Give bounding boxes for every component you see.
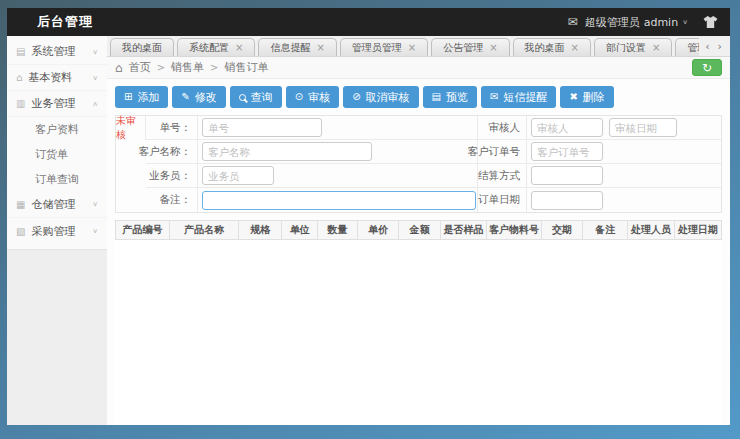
- circle-check-icon: ⊙: [295, 92, 303, 102]
- col-remark: 备注: [583, 221, 628, 239]
- pencil-icon: ✎: [181, 92, 189, 102]
- plus-square-icon: ⊞: [124, 92, 132, 102]
- tab-info-remind[interactable]: 信息提醒 ×: [258, 38, 336, 56]
- user-name: admin: [644, 16, 678, 29]
- auditor-input[interactable]: [531, 118, 603, 137]
- briefcase-icon: ▥: [16, 98, 25, 109]
- shirt-icon: [703, 16, 718, 28]
- sidebar-subitem-label: 订单查询: [35, 172, 79, 187]
- button-label: 短信提醒: [503, 90, 547, 105]
- sidebar-item-label: 仓储管理: [31, 197, 75, 212]
- customer-order-no-input[interactable]: [531, 142, 603, 161]
- sidebar-item-warehouse-mgmt[interactable]: ▦ 仓储管理 ∨: [7, 192, 107, 218]
- button-label: 预览: [446, 90, 468, 105]
- refresh-button[interactable]: ↻: [692, 59, 722, 76]
- tab-my-desktop-2[interactable]: 我的桌面 ×: [513, 38, 591, 56]
- box-icon: ▦: [16, 199, 25, 210]
- customer-name-input[interactable]: [202, 142, 372, 161]
- col-amount: 金额: [399, 221, 440, 239]
- sidebar-subitem-label: 订货单: [35, 147, 68, 162]
- tab-label: 系统配置: [189, 41, 229, 55]
- tab-admin-mgmt-2[interactable]: 管理员管理 ×: [675, 38, 699, 56]
- main-area: 我的桌面 系统配置 × 信息提醒 × 管理员管理 × 公: [107, 36, 730, 425]
- customer-order-no-label: 客户订单号: [478, 140, 527, 164]
- cancel-audit-button[interactable]: ⊘ 取消审核: [343, 86, 418, 108]
- sidebar-menu: ▤ 系统管理 ∨ ⌂ 基本资料 ∨ ▥ 业务管理 ∧ 客户资料: [7, 36, 107, 250]
- col-product-no: 产品编号: [116, 221, 170, 239]
- sidebar-item-label: 采购管理: [31, 224, 75, 239]
- close-icon[interactable]: ×: [571, 43, 579, 53]
- query-button[interactable]: 查询: [230, 86, 282, 108]
- edit-button[interactable]: ✎ 修改: [172, 86, 225, 108]
- tab-system-config[interactable]: 系统配置 ×: [177, 38, 255, 56]
- delete-button[interactable]: ✖ 删除: [560, 86, 613, 108]
- button-label: 修改: [195, 90, 217, 105]
- close-icon[interactable]: ×: [408, 43, 416, 53]
- add-button[interactable]: ⊞ 添加: [115, 86, 168, 108]
- close-icon[interactable]: ×: [235, 43, 243, 53]
- chevron-down-icon: ∨: [682, 18, 688, 25]
- chevron-down-icon: ∨: [92, 201, 98, 208]
- chevron-down-icon: ∨: [92, 227, 98, 234]
- order-form: 未审核 单号： 审核人 客户名称：: [115, 115, 722, 213]
- sms-remind-button[interactable]: ✉ 短信提醒: [481, 86, 556, 108]
- col-handle-date: 处理日期: [675, 221, 721, 239]
- tab-my-desktop[interactable]: 我的桌面: [110, 38, 174, 56]
- breadcrumb-home[interactable]: 首页: [129, 60, 151, 75]
- remark-input[interactable]: [202, 191, 476, 210]
- close-icon[interactable]: ×: [489, 43, 497, 53]
- circle-slash-icon: ⊘: [352, 92, 360, 102]
- tab-scroll-right-icon[interactable]: ›: [718, 40, 722, 53]
- user-dropdown[interactable]: 超级管理员 admin ∨: [585, 15, 688, 30]
- col-quantity: 数量: [318, 221, 358, 239]
- chevron-down-icon: ∨: [92, 74, 98, 81]
- settlement-method-input[interactable]: [531, 166, 603, 185]
- product-table-header: 产品编号 产品名称 规格 单位 数量 单价 金额 是否样品 客户物料号 交期 备…: [115, 220, 722, 240]
- tab-announcement-mgmt[interactable]: 公告管理 ×: [431, 38, 509, 56]
- sidebar: ▤ 系统管理 ∨ ⌂ 基本资料 ∨ ▥ 业务管理 ∧ 客户资料: [7, 36, 107, 425]
- breadcrumb: ⌂ 首页 > 销售单 > 销售订单 ↻: [107, 57, 730, 79]
- content: ⊞ 添加 ✎ 修改 查询 ⊙ 审核: [107, 79, 730, 425]
- preview-button[interactable]: ▤ 预览: [423, 86, 477, 108]
- tab-admin-mgmt[interactable]: 管理员管理 ×: [340, 38, 428, 56]
- sidebar-item-label: 系统管理: [31, 44, 75, 59]
- order-date-label: 订单日期: [478, 188, 527, 212]
- tab-label: 我的桌面: [525, 41, 565, 55]
- button-label: 查询: [251, 90, 273, 105]
- sidebar-item-system-mgmt[interactable]: ▤ 系统管理 ∨: [7, 39, 107, 65]
- search-icon: [239, 94, 246, 101]
- button-label: 删除: [583, 90, 605, 105]
- breadcrumb-level1[interactable]: 销售单: [171, 60, 204, 75]
- user-role: 超级管理员: [585, 15, 640, 30]
- breadcrumb-separator: >: [210, 62, 218, 73]
- settlement-method-label: 结算方式: [478, 164, 527, 188]
- audit-date-input[interactable]: [609, 118, 677, 137]
- tab-department-setup[interactable]: 部门设置 ×: [594, 38, 672, 56]
- sidebar-item-order-query[interactable]: 订单查询: [7, 167, 107, 192]
- mail-icon[interactable]: ✉: [568, 15, 578, 29]
- tab-scroll-left-icon[interactable]: ‹: [705, 40, 709, 53]
- button-label: 审核: [308, 90, 330, 105]
- salesman-input[interactable]: [202, 166, 274, 185]
- close-icon[interactable]: ×: [316, 43, 324, 53]
- sidebar-item-customer-data[interactable]: 客户资料: [7, 117, 107, 142]
- sidebar-item-purchase-mgmt[interactable]: ▧ 采购管理 ∨: [7, 218, 107, 244]
- tab-label: 部门设置: [606, 41, 646, 55]
- tab-strip: 我的桌面 系统配置 × 信息提醒 × 管理员管理 × 公: [107, 36, 730, 57]
- breadcrumb-level2: 销售订单: [224, 60, 268, 75]
- close-icon[interactable]: ×: [652, 43, 660, 53]
- status-badge: 未审核: [116, 116, 146, 140]
- order-no-input[interactable]: [202, 118, 322, 137]
- sidebar-item-basic-data[interactable]: ⌂ 基本资料 ∨: [7, 65, 107, 91]
- order-no-label: 单号：: [146, 116, 198, 140]
- col-customer-material-no: 客户物料号: [487, 221, 541, 239]
- header-right: ✉ 超级管理员 admin ∨: [568, 15, 718, 30]
- audit-button[interactable]: ⊙ 审核: [286, 86, 339, 108]
- order-date-input[interactable]: [531, 191, 603, 210]
- theme-skin-button[interactable]: [703, 16, 718, 28]
- sidebar-item-order-form[interactable]: 订货单: [7, 142, 107, 167]
- sidebar-subitem-label: 客户资料: [35, 122, 79, 137]
- sidebar-item-business-mgmt[interactable]: ▥ 业务管理 ∧: [7, 91, 107, 117]
- home-icon: ⌂: [16, 72, 22, 83]
- col-unit: 单位: [282, 221, 318, 239]
